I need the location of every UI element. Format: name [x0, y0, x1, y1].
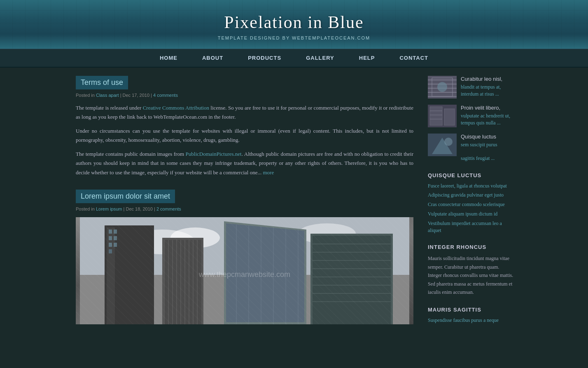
main-content: Terms of use Posted in Class apart | Dec…: [68, 68, 422, 345]
svg-rect-34: [313, 236, 391, 324]
svg-rect-53: [430, 107, 442, 125]
read-more-terms[interactable]: more: [263, 169, 274, 176]
post-meta-lorem: Posted in Lorem ipsum | Dec 18, 2010 | 2…: [76, 206, 413, 211]
thumb-img-1: [428, 76, 457, 98]
integer-text: Mauris sollicitudin tincidunt magna vita…: [428, 254, 514, 296]
post-comments-lorem[interactable]: 2 comments: [156, 206, 181, 211]
nav-about[interactable]: ABOUT: [190, 49, 236, 67]
mauris-link-list: Suspendisse faucibus purus a neque: [428, 317, 514, 324]
thumb-3: [428, 134, 457, 156]
post-body-terms: The template is released under Creative …: [76, 103, 413, 177]
svg-point-51: [437, 82, 447, 92]
post-title-terms: Terms of use: [76, 76, 128, 89]
svg-text:www.thepcmanwebsite.com: www.thepcmanwebsite.com: [198, 270, 290, 279]
site-header: Pixelation in Blue TEMPLATE DESIGNED BY …: [0, 0, 588, 49]
recent-text-3: Quisque luctus sem suscipit purus sagitt…: [461, 134, 497, 162]
post-title-lorem: Lorem ipsum dolor sit amet: [76, 190, 175, 203]
post-terms-of-use: Terms of use Posted in Class apart | Dec…: [76, 76, 413, 177]
post-date-lorem: Dec 18, 2010: [126, 206, 153, 211]
quisque-link-5[interactable]: Vestibulum imperdiet accumsan leo a aliq…: [428, 220, 502, 233]
recent-item-1: Curabitur leo nisl, blandit at tempus at…: [428, 76, 514, 98]
post-image-lorem: www.thepcmanwebsite.com: [76, 217, 413, 324]
post-comments-terms[interactable]: 4 comments: [153, 93, 178, 98]
quisque-link-4[interactable]: Vulputate aliquam ipsum dictum id: [428, 211, 497, 217]
nav-gallery[interactable]: GALLERY: [294, 49, 347, 67]
svg-rect-12: [114, 243, 117, 247]
sidebar: Curabitur leo nisl, blandit at tempus at…: [422, 68, 520, 345]
svg-rect-33: [310, 234, 393, 324]
link-creative-commons[interactable]: Creative Commons Attribution: [143, 105, 209, 111]
section-title-quisque: QUISQUE LUCTUS: [428, 172, 514, 178]
recent-link-3a[interactable]: sem suscipit purus: [461, 141, 497, 148]
svg-rect-0: [80, 217, 409, 324]
sidebar-recent-1: Curabitur leo nisl, blandit at tempus at…: [428, 76, 514, 162]
building-illustration: www.thepcmanwebsite.com: [76, 217, 413, 324]
post-category-terms[interactable]: Class apart: [96, 93, 119, 98]
quisque-link-1[interactable]: Fusce laoreet, ligula at rhoncus volutpa…: [428, 183, 507, 189]
thumb-img-2: [428, 105, 457, 127]
recent-text-2: Proin velit libero, vulputate ac hendrer…: [461, 105, 514, 127]
mauris-link-1[interactable]: Suspendisse faucibus purus a neque: [428, 317, 499, 323]
post-meta-terms: Posted in Class apart | Dec 17, 2010 | 4…: [76, 93, 413, 98]
section-title-integer: INTEGER RHONCUS: [428, 244, 514, 250]
post-meta-prefix: Posted in: [76, 93, 95, 98]
svg-point-4: [298, 223, 356, 244]
link-public-domain[interactable]: PublicDomainPictures.net: [186, 151, 242, 157]
sidebar-quisque: QUISQUE LUCTUS Fusce laoreet, ligula at …: [428, 172, 514, 234]
svg-point-60: [444, 138, 453, 146]
main-wrapper: Terms of use Posted in Class apart | Dec…: [68, 68, 520, 345]
sidebar-mauris: MAURIS SAGITTIS Suspendisse faucibus pur…: [428, 307, 514, 324]
svg-point-2: [129, 230, 195, 254]
svg-rect-5: [105, 225, 154, 324]
quisque-link-2[interactable]: Adipiscing gravida pulvinar eget justo: [428, 192, 504, 198]
svg-rect-7: [109, 230, 112, 234]
recent-title-2: Proin velit libero,: [461, 105, 514, 111]
post-category-lorem[interactable]: Lorem ipsum: [96, 206, 122, 211]
main-nav: HOME ABOUT PRODUCTS GALLERY HELP CONTACT: [0, 49, 588, 68]
svg-rect-6: [107, 227, 115, 324]
post-date-terms: Dec 17, 2010: [123, 93, 149, 98]
nav-contact[interactable]: CONTACT: [387, 49, 441, 67]
sidebar-integer: INTEGER RHONCUS Mauris sollicitudin tinc…: [428, 244, 514, 296]
recent-item-3: Quisque luctus sem suscipit purus sagitt…: [428, 134, 514, 162]
svg-marker-25: [224, 221, 306, 324]
svg-rect-9: [109, 236, 112, 240]
svg-rect-10: [114, 236, 117, 240]
svg-rect-14: [162, 238, 203, 324]
svg-rect-54: [444, 109, 455, 125]
svg-marker-26: [226, 223, 304, 322]
site-title: Pixelation in Blue: [0, 12, 588, 32]
recent-text-1: Curabitur leo nisl, blandit at tempus at…: [461, 76, 514, 98]
recent-link-3b[interactable]: sagittis feugiat ...: [461, 155, 497, 162]
svg-rect-15: [164, 240, 201, 324]
nav-products[interactable]: PRODUCTS: [236, 49, 294, 67]
site-subtitle: TEMPLATE DESIGNED BY WEBTEMPLATEOCEAN.CO…: [0, 35, 588, 40]
recent-title-1: Curabitur leo nisl,: [461, 76, 514, 82]
recent-title-3: Quisque luctus: [461, 134, 497, 140]
svg-point-3: [170, 227, 220, 248]
svg-rect-8: [114, 230, 117, 234]
quisque-link-list: Fusce laoreet, ligula at rhoncus volutpa…: [428, 183, 514, 234]
svg-rect-11: [109, 243, 112, 247]
recent-link-2[interactable]: vulputate ac hendrerit ut, tempus quis n…: [461, 113, 514, 127]
section-title-mauris: MAURIS SAGITTIS: [428, 307, 514, 313]
quisque-link-3[interactable]: Cras consectetur commodo scelerisque: [428, 202, 505, 207]
post-lorem-ipsum: Lorem ipsum dolor sit amet Posted in Lor…: [76, 190, 413, 324]
post-meta-prefix2: Posted in: [76, 206, 95, 211]
thumb-img-3: [428, 134, 457, 156]
svg-rect-13: [109, 249, 112, 253]
thumb-2: [428, 105, 457, 127]
thumb-1: [428, 76, 457, 98]
recent-link-1[interactable]: blandit at tempus at, interdum at risus …: [461, 84, 514, 98]
nav-home[interactable]: HOME: [147, 49, 190, 67]
nav-help[interactable]: HELP: [347, 49, 387, 67]
svg-rect-1: [80, 217, 409, 275]
recent-item-2: Proin velit libero, vulputate ac hendrer…: [428, 105, 514, 127]
